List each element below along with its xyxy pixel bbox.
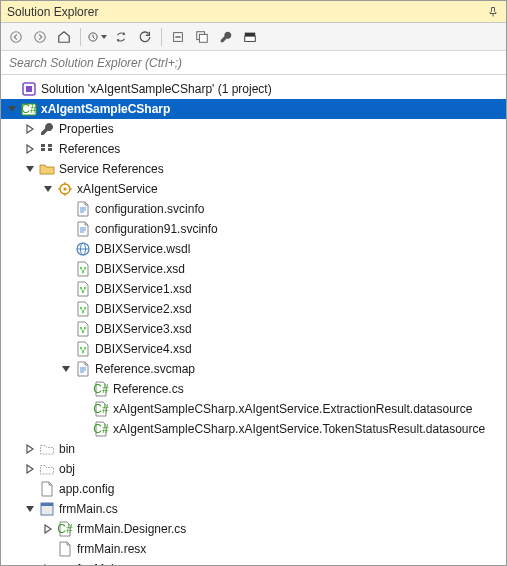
xsd-icon xyxy=(75,281,91,297)
hidden-folder-icon xyxy=(39,461,55,477)
xsd-icon xyxy=(75,301,91,317)
folder-icon xyxy=(39,161,55,177)
solution-icon xyxy=(21,81,37,97)
file-icon xyxy=(75,201,91,217)
xsd-icon xyxy=(75,321,91,337)
expander-closed-icon[interactable] xyxy=(41,562,55,565)
refmap-child-node[interactable]: Reference.cs xyxy=(1,379,506,399)
references-label: References xyxy=(59,142,120,156)
file-label: configuration.svcinfo xyxy=(95,202,204,216)
frmmain-designer-label: frmMain.Designer.cs xyxy=(77,522,186,536)
globe-icon xyxy=(75,241,91,257)
file-icon xyxy=(93,401,109,417)
file-label: configuration91.svcinfo xyxy=(95,222,218,236)
svc-file-node[interactable]: DBIXService1.xsd xyxy=(1,279,506,299)
hidden-folder-icon xyxy=(39,441,55,457)
service-references-node[interactable]: Service References xyxy=(1,159,506,179)
frmmain-resx-node[interactable]: frmMain.resx xyxy=(1,539,506,559)
expander-closed-icon[interactable] xyxy=(23,462,37,476)
class-icon xyxy=(57,561,73,565)
home-button[interactable] xyxy=(53,26,75,48)
svc-file-node[interactable]: configuration.svcinfo xyxy=(1,199,506,219)
expander-closed-icon[interactable] xyxy=(41,522,55,536)
svcmap-node[interactable]: Reference.svcmap xyxy=(1,359,506,379)
svc-file-node[interactable]: DBIXService4.xsd xyxy=(1,339,506,359)
show-all-files-button[interactable] xyxy=(191,26,213,48)
file-label: DBIXService.xsd xyxy=(95,262,185,276)
resx-file-icon xyxy=(57,541,73,557)
collapse-all-button[interactable] xyxy=(167,26,189,48)
file-label: DBIXService2.xsd xyxy=(95,302,192,316)
tree-view[interactable]: Solution 'xAIgentSampleCSharp' (1 projec… xyxy=(1,75,506,565)
expander-open-icon[interactable] xyxy=(23,502,37,516)
frmmain-class-node[interactable]: frmMain xyxy=(1,559,506,565)
project-node[interactable]: xAIgentSampleCSharp xyxy=(1,99,506,119)
expander-closed-icon[interactable] xyxy=(23,442,37,456)
xsd-icon xyxy=(75,341,91,357)
expander-open-icon[interactable] xyxy=(41,182,55,196)
refmap-child-node[interactable]: xAIgentSampleCSharp.xAIgentService.Extra… xyxy=(1,399,506,419)
expander-open-icon[interactable] xyxy=(5,102,19,116)
refmap-child-node[interactable]: xAIgentSampleCSharp.xAIgentService.Token… xyxy=(1,419,506,439)
expander-closed-icon[interactable] xyxy=(23,122,37,136)
svc-file-node[interactable]: DBIXService3.xsd xyxy=(1,319,506,339)
panel-titlebar: Solution Explorer xyxy=(1,1,506,23)
preview-selected-button[interactable] xyxy=(239,26,261,48)
wrench-icon xyxy=(39,121,55,137)
properties-node[interactable]: Properties xyxy=(1,119,506,139)
expander-open-icon[interactable] xyxy=(23,162,37,176)
frmmain-resx-label: frmMain.resx xyxy=(77,542,146,556)
appconfig-label: app.config xyxy=(59,482,114,496)
svc-file-node[interactable]: DBIXService2.xsd xyxy=(1,299,506,319)
appconfig-node[interactable]: app.config xyxy=(1,479,506,499)
search-input[interactable] xyxy=(1,51,506,74)
history-dropdown-button[interactable] xyxy=(86,26,108,48)
solution-node[interactable]: Solution 'xAIgentSampleCSharp' (1 projec… xyxy=(1,79,506,99)
frmmain-node[interactable]: frmMain.cs xyxy=(1,499,506,519)
csharp-file-icon xyxy=(93,381,109,397)
frmmain-label: frmMain.cs xyxy=(59,502,118,516)
svcmap-label: Reference.svcmap xyxy=(95,362,195,376)
references-node[interactable]: References xyxy=(1,139,506,159)
svc-file-node[interactable]: configuration91.svcinfo xyxy=(1,219,506,239)
expander-icon[interactable] xyxy=(5,82,19,96)
panel-title: Solution Explorer xyxy=(7,5,98,19)
autohide-pin-icon[interactable] xyxy=(486,5,500,19)
file-label: DBIXService4.xsd xyxy=(95,342,192,356)
obj-label: obj xyxy=(59,462,75,476)
frmmain-class-label: frmMain xyxy=(77,562,120,565)
csharp-file-icon xyxy=(57,521,73,537)
file-label: DBIXService.wsdl xyxy=(95,242,190,256)
service-label: xAIgentService xyxy=(77,182,158,196)
references-icon xyxy=(39,141,55,157)
service-node[interactable]: xAIgentService xyxy=(1,179,506,199)
file-icon xyxy=(75,361,91,377)
csproj-icon xyxy=(21,101,37,117)
solution-label: Solution 'xAIgentSampleCSharp' (1 projec… xyxy=(41,82,272,96)
file-label: xAIgentSampleCSharp.xAIgentService.Token… xyxy=(113,422,485,436)
service-references-label: Service References xyxy=(59,162,164,176)
bin-node[interactable]: bin xyxy=(1,439,506,459)
nav-forward-button[interactable] xyxy=(29,26,51,48)
obj-node[interactable]: obj xyxy=(1,459,506,479)
toolbar-separator xyxy=(80,28,81,46)
config-file-icon xyxy=(39,481,55,497)
properties-label: Properties xyxy=(59,122,114,136)
sync-active-button[interactable] xyxy=(110,26,132,48)
file-label: Reference.cs xyxy=(113,382,184,396)
toolbar-separator xyxy=(161,28,162,46)
properties-button[interactable] xyxy=(215,26,237,48)
refresh-button[interactable] xyxy=(134,26,156,48)
search-container xyxy=(1,51,506,75)
file-label: DBIXService3.xsd xyxy=(95,322,192,336)
form-icon xyxy=(39,501,55,517)
file-icon xyxy=(75,221,91,237)
project-label: xAIgentSampleCSharp xyxy=(41,102,170,116)
expander-closed-icon[interactable] xyxy=(23,142,37,156)
svc-file-node[interactable]: DBIXService.wsdl xyxy=(1,239,506,259)
nav-back-button[interactable] xyxy=(5,26,27,48)
svc-file-node[interactable]: DBIXService.xsd xyxy=(1,259,506,279)
expander-open-icon[interactable] xyxy=(59,362,73,376)
bin-label: bin xyxy=(59,442,75,456)
frmmain-designer-node[interactable]: frmMain.Designer.cs xyxy=(1,519,506,539)
